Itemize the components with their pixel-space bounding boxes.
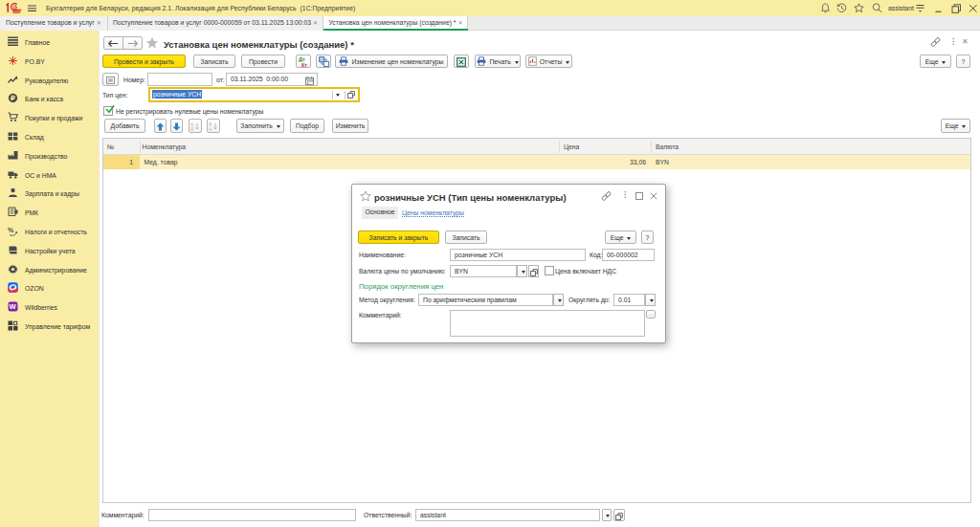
svg-text:Кт: Кт	[301, 62, 307, 68]
svg-text:Я: Я	[209, 122, 212, 127]
svg-text:А: А	[209, 127, 212, 132]
svg-text:А: А	[190, 122, 193, 127]
svg-text:Я: Я	[190, 127, 193, 132]
